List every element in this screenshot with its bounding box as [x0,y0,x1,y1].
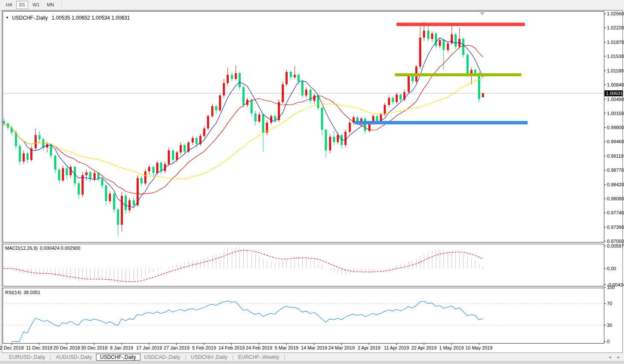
bear-candle [58,170,60,180]
svg-text:8 Jan 2019: 8 Jan 2019 [110,345,133,350]
symbol-tabbar: EURUSD-,Daily | AUDUSD-,Daily USDCHF-,Da… [0,353,624,361]
bull-candle [128,200,131,210]
chart-symbol-label: USDCHF-,Daily [12,15,48,21]
bull-candle [192,138,194,143]
bear-candle [376,116,378,121]
bull-candle [258,114,260,121]
svg-text:0.99110: 0.99110 [607,153,624,159]
bear-candle [152,167,155,173]
chart-title: ▼USDCHF-,Daily1.00535 1.00652 1.00534 1.… [6,15,130,21]
svg-text:24 Mar 2019: 24 Mar 2019 [328,345,355,350]
tab-scroll-left-icon[interactable]: ◄ [608,355,612,359]
svg-text:10 May 2019: 10 May 2019 [465,345,493,350]
svg-text:0.97740: 0.97740 [607,210,624,215]
bull-candle [176,153,178,160]
chart-canvas[interactable]: 1.025601.022201.018701.015301.011801.008… [0,0,624,364]
bear-candle [101,179,103,186]
bull-candle [235,73,237,79]
bear-candle [325,130,327,150]
timeframe-toolbar: H4 D1 W1 MN [0,0,624,10]
bear-candle [19,146,21,162]
tab-eurchf-weekly[interactable]: EURCHF-,Weekly [234,354,283,361]
bear-candle [26,153,29,160]
rsi-pane[interactable] [3,288,604,344]
bear-candle [462,39,464,55]
bull-candle [223,83,225,95]
timeframe-d1-button[interactable]: D1 [16,1,28,9]
bear-candle [54,156,56,170]
svg-text:5 Feb 2019: 5 Feb 2019 [192,345,216,350]
bear-candle [97,173,99,179]
svg-text:0.97390: 0.97390 [607,225,624,230]
bull-candle [121,196,123,225]
macd-pane[interactable] [3,244,604,286]
svg-text:1.00631: 1.00631 [606,91,623,96]
bear-candle [113,194,115,210]
chart-dropdown-icon[interactable]: ▼ [6,16,9,20]
bear-candle [297,75,300,81]
toolbar-separator [61,2,62,9]
bear-candle [467,55,469,74]
bear-candle [66,168,68,175]
timeframe-w1-button[interactable]: W1 [29,1,43,9]
tab-eurusd-daily[interactable]: EURUSD-,Daily [5,354,49,361]
bear-candle [160,163,162,171]
svg-text:2 Dec 2018: 2 Dec 2018 [0,345,24,350]
bull-candle [384,105,386,114]
bull-candle [482,93,484,97]
bull-candle [313,95,315,101]
bull-candle [337,135,339,142]
bull-candle [144,171,146,183]
tab-scroll-right-icon[interactable]: ► [617,355,621,359]
tab-usdchf-daily[interactable]: USDCHF-,Daily [96,354,140,361]
price-pane[interactable] [3,12,604,243]
bull-candle [282,84,284,102]
bull-candle [396,95,398,102]
svg-text:0.98420: 0.98420 [607,182,624,187]
tab-usdcnh-daily[interactable]: USDCNH-,Daily [187,354,231,361]
rsi-indicator-label: RSI(14)38.0351 [5,290,41,295]
bull-candle [329,137,331,150]
bull-candle [148,167,150,172]
macd-values: 0.000424 0.002900 [40,246,80,251]
svg-text:1.00150: 1.00150 [607,111,624,116]
tab-usdcad-daily[interactable]: USDCAD-,Daily [140,354,184,361]
rsi-name: RSI(14) [5,290,21,295]
bull-candle [180,145,182,152]
bear-candle [274,116,276,120]
bear-candle [172,150,174,160]
bear-candle [399,95,402,100]
svg-text:14 Feb 2019: 14 Feb 2019 [219,345,245,350]
tab-separator: | [283,354,286,360]
svg-text:0.98080: 0.98080 [607,196,624,201]
timeframe-h4-button[interactable]: H4 [3,1,15,9]
current-price-label: 1.00631 [605,90,623,96]
bear-candle [105,185,107,201]
tab-audusd-daily[interactable]: AUDUSD-,Daily [52,354,96,361]
bull-candle [70,167,72,175]
bull-candle [419,38,421,66]
svg-text:100: 100 [607,285,615,290]
bear-candle [231,75,233,79]
bear-candle [301,81,303,95]
bull-candle [207,116,209,128]
svg-text:1.00490: 1.00490 [607,97,624,102]
bull-candle [203,128,205,136]
bear-candle [251,100,253,113]
bull-candle [349,123,351,132]
bull-candle [82,175,84,195]
bull-candle [439,40,441,46]
bull-candle [286,72,288,84]
timeframe-mn-button[interactable]: MN [44,1,57,9]
svg-text:0.99800: 0.99800 [607,125,624,130]
bear-candle [411,76,414,81]
svg-text:1.02560: 1.02560 [607,11,624,16]
bear-candle [427,31,429,39]
svg-text:1 May 2019: 1 May 2019 [439,345,464,350]
bear-candle [215,106,217,110]
bear-candle [3,121,5,124]
bear-candle [242,87,245,105]
bear-candle [195,138,198,144]
bear-candle [392,98,394,102]
bear-candle [290,72,292,78]
